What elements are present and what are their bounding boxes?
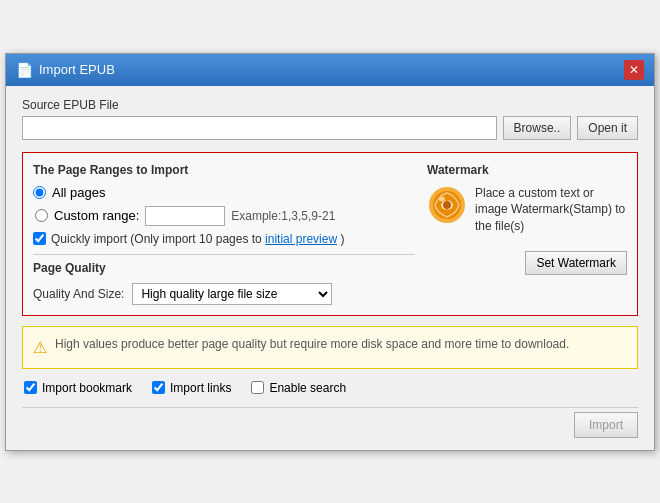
import-bookmark-checkbox[interactable]: [24, 381, 37, 394]
title-bar: 📄 Import EPUB ✕: [6, 54, 654, 86]
warning-text: High values produce better page quality …: [55, 335, 569, 353]
title-bar-left: 📄 Import EPUB: [16, 62, 115, 78]
watermark-description: Place a custom text or image Watermark(S…: [475, 185, 627, 235]
import-button[interactable]: Import: [574, 412, 638, 438]
set-watermark-button[interactable]: Set Watermark: [525, 251, 627, 275]
divider: [33, 254, 415, 255]
quick-import-row: Quickly import (Only import 10 pages to …: [33, 232, 415, 246]
enable-search-label[interactable]: Enable search: [269, 381, 346, 395]
custom-range-radio[interactable]: [35, 209, 48, 222]
action-bar: Import: [22, 407, 638, 438]
source-input[interactable]: [22, 116, 497, 140]
warning-icon: ⚠: [33, 336, 47, 360]
import-epub-window: 📄 Import EPUB ✕ Source EPUB File Browse.…: [5, 53, 655, 451]
all-pages-label[interactable]: All pages: [52, 185, 105, 200]
quick-import-checkbox[interactable]: [33, 232, 46, 245]
page-quality-title: Page Quality: [33, 261, 415, 275]
source-label: Source EPUB File: [22, 98, 638, 112]
import-bookmark-item: Import bookmark: [24, 381, 132, 395]
quality-label: Quality And Size:: [33, 287, 124, 301]
watermark-section: Place a custom text or image Watermark(S…: [427, 185, 627, 327]
custom-range-label[interactable]: Custom range:: [54, 208, 139, 223]
import-links-label[interactable]: Import links: [170, 381, 231, 395]
custom-range-row: Custom range: Example:1,3,5,9-21: [33, 206, 415, 226]
quick-import-link[interactable]: initial preview: [265, 232, 337, 246]
open-button[interactable]: Open it: [577, 116, 638, 140]
custom-range-input[interactable]: [145, 206, 225, 226]
watermark-icon: [427, 185, 467, 225]
warning-box: ⚠ High values produce better page qualit…: [22, 326, 638, 369]
browse-button[interactable]: Browse..: [503, 116, 572, 140]
window-title: Import EPUB: [39, 62, 115, 77]
example-text: Example:1,3,5,9-21: [231, 209, 335, 223]
quick-import-label[interactable]: Quickly import (Only import 10 pages to …: [51, 232, 344, 246]
watermark-panel: Watermark Place a custom text or image: [427, 163, 627, 305]
page-ranges-title: The Page Ranges to Import: [33, 163, 415, 177]
import-bookmark-label[interactable]: Import bookmark: [42, 381, 132, 395]
enable-search-checkbox[interactable]: [251, 381, 264, 394]
watermark-title: Watermark: [427, 163, 627, 177]
source-row: Browse.. Open it: [22, 116, 638, 140]
page-ranges-panel: The Page Ranges to Import All pages Cust…: [33, 163, 415, 305]
import-links-item: Import links: [152, 381, 231, 395]
all-pages-radio[interactable]: [33, 186, 46, 199]
enable-search-item: Enable search: [251, 381, 346, 395]
svg-point-2: [443, 201, 451, 209]
import-links-checkbox[interactable]: [152, 381, 165, 394]
main-content: Source EPUB File Browse.. Open it The Pa…: [6, 86, 654, 450]
options-box: The Page Ranges to Import All pages Cust…: [22, 152, 638, 316]
quality-row: Quality And Size: High quality large fil…: [33, 283, 415, 305]
close-button[interactable]: ✕: [624, 60, 644, 80]
bottom-checkboxes: Import bookmark Import links Enable sear…: [22, 381, 638, 395]
watermark-top: Place a custom text or image Watermark(S…: [427, 185, 627, 235]
quality-select[interactable]: High quality large file size Medium qual…: [132, 283, 332, 305]
all-pages-row: All pages: [33, 185, 415, 200]
window-icon: 📄: [16, 62, 33, 78]
